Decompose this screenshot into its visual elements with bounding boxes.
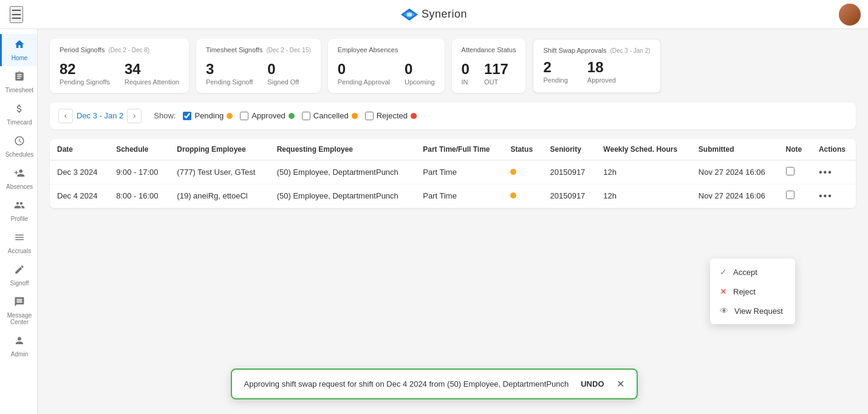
cancelled-label: Cancelled xyxy=(313,111,349,120)
profile-icon xyxy=(14,200,25,214)
context-menu-view-request[interactable]: 👁 View Request xyxy=(710,301,795,321)
sidebar-item-absences[interactable]: Absences xyxy=(0,163,37,195)
filters-row: ‹ Dec 3 - Jan 2 › Show: Pending Approved… xyxy=(50,103,856,129)
row1-submitted: Nov 27 2024 16:06 xyxy=(691,160,779,185)
approved-checkbox[interactable] xyxy=(240,112,248,120)
period-signoffs-date: (Dec 2 - Dec 8) xyxy=(108,47,149,53)
cancelled-checkbox[interactable] xyxy=(302,112,310,120)
table-header-row: Date Schedule Dropping Employee Requesti… xyxy=(50,139,856,160)
col-status: Status xyxy=(503,139,542,160)
col-part-full-time: Part Time/Full Time xyxy=(415,139,503,160)
toast-notification: Approving shift swap request for shift o… xyxy=(231,368,638,399)
message-center-icon xyxy=(14,296,25,310)
col-note: Note xyxy=(779,139,812,160)
row1-note-checkbox[interactable] xyxy=(786,167,795,175)
logo-icon xyxy=(401,8,418,21)
shift-swap-pending: 2 Pending xyxy=(543,59,567,84)
filter-cancelled: Cancelled xyxy=(302,111,358,120)
row1-actions-button[interactable]: ••• xyxy=(819,167,833,178)
context-menu: ✓ Accept ✕ Reject 👁 View Request xyxy=(710,259,795,324)
sidebar-item-home-label: Home xyxy=(12,55,28,61)
row1-dropping-employee: (777) Test User, GTest xyxy=(169,160,269,185)
row2-date: Dec 4 2024 xyxy=(50,184,109,208)
timesheet-signoffs-card: Timesheet Signoffs (Dec 2 - Dec 15) 3 Pe… xyxy=(196,39,321,93)
toast-undo-button[interactable]: UNDO xyxy=(581,379,604,389)
main-content: Period Signoffs (Dec 2 - Dec 8) 82 Pendi… xyxy=(38,29,868,414)
shift-swap-approved: 18 Approved xyxy=(587,59,616,84)
row2-actions-button[interactable]: ••• xyxy=(819,191,833,202)
svg-rect-2 xyxy=(407,13,412,16)
timesheet-signed-off: 0 Signed Off xyxy=(267,61,299,86)
sidebar-item-schedules[interactable]: Schedules xyxy=(0,131,37,163)
period-signoffs-attention: 34 Requires Attention xyxy=(125,61,179,86)
sidebar-item-admin[interactable]: Admin xyxy=(0,330,37,362)
sidebar-item-message-center-label: Message Center xyxy=(4,312,35,325)
col-requesting-employee: Requesting Employee xyxy=(270,139,416,160)
sidebar: Home Timesheet Timecard Schedules Absenc… xyxy=(0,29,38,414)
rejected-label: Rejected xyxy=(377,111,408,120)
context-menu-view-request-label: View Request xyxy=(734,307,783,316)
attendance-in: 0 IN xyxy=(462,61,470,86)
stats-row: Period Signoffs (Dec 2 - Dec 8) 82 Pendi… xyxy=(50,39,856,93)
pending-checkbox[interactable] xyxy=(183,112,191,120)
accruals-icon xyxy=(14,232,25,246)
next-date-button[interactable]: › xyxy=(127,109,142,123)
filter-rejected: Rejected xyxy=(365,111,417,120)
context-menu-reject[interactable]: ✕ Reject xyxy=(710,282,795,301)
col-seniority: Seniority xyxy=(543,139,596,160)
cancelled-dot xyxy=(352,113,358,119)
rejected-checkbox[interactable] xyxy=(365,112,374,120)
row2-schedule: 8:00 - 16:00 xyxy=(109,184,169,208)
shift-swap-title: Shift Swap Approvals xyxy=(543,47,606,54)
row2-part-full-time: Part Time xyxy=(415,184,503,208)
pending-label: Pending xyxy=(194,111,224,120)
sidebar-item-timecard[interactable]: Timecard xyxy=(0,98,37,131)
context-menu-accept[interactable]: ✓ Accept xyxy=(710,262,795,282)
shift-swap-card: Shift Swap Approvals (Dec 3 - Jan 2) 2 P… xyxy=(533,39,660,93)
row1-seniority: 20150917 xyxy=(543,160,596,185)
absences-icon xyxy=(14,168,25,182)
user-avatar[interactable] xyxy=(839,4,861,25)
date-range-display: Dec 3 - Jan 2 xyxy=(77,111,123,120)
home-icon xyxy=(14,39,25,53)
rejected-dot xyxy=(411,113,417,119)
sidebar-item-timesheet[interactable]: Timesheet xyxy=(0,66,37,98)
row1-weekly-hours: 12h xyxy=(596,160,691,185)
prev-date-button[interactable]: ‹ xyxy=(58,109,73,123)
admin-icon xyxy=(14,335,25,349)
toast-message: Approving shift swap request for shift o… xyxy=(244,379,569,389)
context-menu-reject-label: Reject xyxy=(733,287,756,296)
row2-status xyxy=(503,184,542,208)
row1-date: Dec 3 2024 xyxy=(50,160,109,185)
timecard-icon xyxy=(14,103,25,117)
sidebar-item-signoff-label: Signoff xyxy=(10,280,29,287)
timesheet-signoffs-date: (Dec 2 - Dec 15) xyxy=(266,47,310,53)
row2-note-checkbox[interactable] xyxy=(786,191,795,199)
row2-submitted: Nov 27 2024 16:06 xyxy=(691,184,779,208)
hamburger-menu-button[interactable]: ☰ xyxy=(10,6,23,23)
row2-requesting-employee: (50) Employee, DeptartmentPunch xyxy=(270,184,416,208)
row2-seniority: 20150917 xyxy=(543,184,596,208)
sidebar-item-message-center[interactable]: Message Center xyxy=(0,291,37,330)
col-weekly-hours: Weekly Sched. Hours xyxy=(596,139,691,160)
employee-absences-card: Employee Absences 0 Pending Approval 0 U… xyxy=(328,39,445,93)
filter-pending: Pending xyxy=(183,111,233,120)
toast-close-button[interactable]: ✕ xyxy=(617,378,624,390)
sidebar-item-absences-label: Absences xyxy=(6,183,33,190)
absences-upcoming: 0 Upcoming xyxy=(405,61,435,86)
attendance-out: 117 OUT xyxy=(484,61,508,86)
period-signoffs-title: Period Signoffs xyxy=(60,46,104,53)
timesheet-icon xyxy=(14,71,25,85)
sidebar-item-signoff[interactable]: Signoff xyxy=(0,259,37,291)
topbar: ☰ Synerion xyxy=(0,0,868,29)
row2-status-dot xyxy=(510,192,516,199)
sidebar-item-home[interactable]: Home xyxy=(0,34,37,66)
sidebar-item-timecard-label: Timecard xyxy=(7,119,32,126)
approved-dot xyxy=(289,113,295,119)
row1-schedule: 9:00 - 17:00 xyxy=(109,160,169,185)
sidebar-item-profile[interactable]: Profile xyxy=(0,195,37,227)
reject-icon: ✕ xyxy=(720,287,727,296)
sidebar-item-accruals[interactable]: Accruals xyxy=(0,227,37,259)
show-label: Show: xyxy=(154,111,176,120)
col-actions: Actions xyxy=(812,139,856,160)
